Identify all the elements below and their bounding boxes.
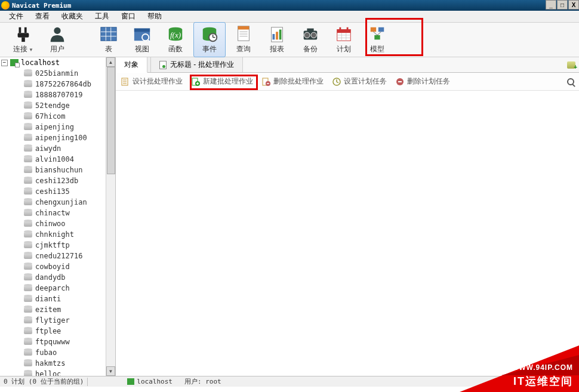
database-item[interactable]: 025bianmin [24,68,115,79]
svg-rect-36 [339,27,341,31]
database-item[interactable]: aipenjing [24,122,115,132]
database-item[interactable]: cjmktftp [24,240,115,251]
status-server: localhost [137,378,173,385]
query-button[interactable]: 查询 [228,23,259,57]
function-button[interactable]: f(x) 函数 [160,23,191,57]
database-item[interactable]: 52tendge [24,100,115,111]
objects-tab-label: 对象 [124,60,138,70]
design-batch-action[interactable]: 设计批处理作业 [121,76,183,87]
query-icon [234,25,253,43]
view-icon [133,25,152,43]
database-icon [24,253,32,259]
database-label: flytiger [35,316,70,325]
database-icon [24,307,32,313]
svg-rect-5 [101,27,116,41]
view-button[interactable]: 视图 [127,23,158,57]
menu-favorites[interactable]: 收藏夹 [56,10,89,23]
table-button[interactable]: 表 [93,23,124,57]
database-item[interactable]: chinactw [24,208,115,218]
close-button[interactable]: X [568,0,579,10]
function-icon: f(x) [166,25,185,43]
database-item[interactable]: helloc [24,369,115,376]
expand-toggle[interactable]: − [1,60,8,66]
connection-tree[interactable]: − localhost 025bianmin18752267864db18888… [0,57,116,376]
database-item[interactable]: ceshi123db [24,175,115,186]
database-item[interactable]: hakmtzs [24,358,115,369]
delete-schedule-icon [395,77,405,87]
database-icon [24,317,32,323]
database-item[interactable]: deeparch [24,283,115,294]
scroll-track[interactable] [106,67,115,366]
database-item[interactable]: dianti [24,294,115,304]
user-button[interactable]: 用户 [42,23,73,57]
set-schedule-action[interactable]: 设置计划任务 [332,76,387,87]
report-button[interactable]: 报表 [261,23,292,57]
new-icon [191,77,201,87]
new-batch-label: 新建批处理作业 [203,76,253,87]
database-label: deeparch [35,284,70,292]
database-item[interactable]: flytiger [24,315,115,326]
database-item[interactable]: cnedu212716 [24,251,115,261]
search-button[interactable] [567,78,574,85]
menu-file[interactable]: 文件 [3,10,29,23]
schedule-button[interactable]: 计划 [328,23,359,57]
database-item[interactable]: ftplee [24,326,115,337]
svg-rect-11 [134,29,150,32]
scroll-up-button[interactable]: ▲ [106,57,115,67]
database-icon [24,328,32,334]
database-icon [24,350,32,356]
database-label: hakmtzs [35,359,66,368]
model-button[interactable]: 模型 [362,23,393,57]
database-item[interactable]: aipenjing100 [24,132,115,143]
database-item[interactable]: chengxunjian [24,197,115,208]
objects-tab[interactable]: 对象 [116,57,147,73]
svg-text:f(x): f(x) [170,30,181,39]
menu-view[interactable]: 查看 [29,10,56,23]
database-item[interactable]: aiwydn [24,143,115,154]
watermark-url: WWW.94IP.COM [512,363,573,372]
database-item[interactable]: cowboyid [24,261,115,272]
clock-icon [332,77,341,87]
event-button[interactable]: 事件 [193,22,226,57]
database-icon [24,135,32,141]
menu-tools[interactable]: 工具 [89,10,115,23]
database-label: chnknight [35,230,74,239]
database-icon [24,81,32,87]
database-item[interactable]: alvin1004 [24,154,115,165]
svg-rect-0 [19,27,21,33]
sidebar-scrollbar[interactable]: ▲ ▼ [106,57,115,376]
search-icon [567,78,574,85]
database-item[interactable]: ceshi135 [24,186,115,197]
database-item[interactable]: chinwoo [24,218,115,229]
delete-batch-action[interactable]: 删除批处理作业 [261,76,324,87]
database-item[interactable]: dandydb [24,272,115,283]
database-item[interactable]: 18752267864db [24,79,115,89]
database-item[interactable]: 18888707019 [24,89,115,100]
database-item[interactable]: fubao [24,347,115,358]
minimize-button[interactable]: _ [546,0,556,10]
backup-button[interactable]: 备份 [295,23,326,57]
scroll-down-button[interactable]: ▼ [106,366,115,376]
database-item[interactable]: bianshuchun [24,165,115,175]
backup-label: 备份 [303,44,318,54]
svg-rect-3 [21,38,25,42]
connection-row[interactable]: − localhost [0,57,115,68]
database-item[interactable]: chnknight [24,229,115,240]
database-item[interactable]: ezitem [24,304,115,315]
menu-window[interactable]: 窗口 [115,10,141,23]
database-label: aipenjing100 [35,134,87,142]
database-item[interactable]: ftpquwww [24,337,115,347]
new-tab-button[interactable] [563,57,579,72]
maximize-button[interactable]: □ [557,0,568,10]
delete-schedule-action[interactable]: 删除计划任务 [395,76,450,87]
database-icon [24,232,32,237]
new-batch-action[interactable]: 新建批处理作业 [191,76,253,87]
untitled-batch-tab[interactable]: 无标题 - 批处理作业 [151,57,243,72]
delete-batch-icon [261,77,271,87]
connect-button[interactable]: 连接▼ [7,23,39,57]
menu-help[interactable]: 帮助 [141,10,168,23]
scroll-thumb[interactable] [107,67,115,174]
database-icon [24,296,32,302]
status-separator [87,378,88,386]
database-item[interactable]: 67hicom [24,111,115,122]
